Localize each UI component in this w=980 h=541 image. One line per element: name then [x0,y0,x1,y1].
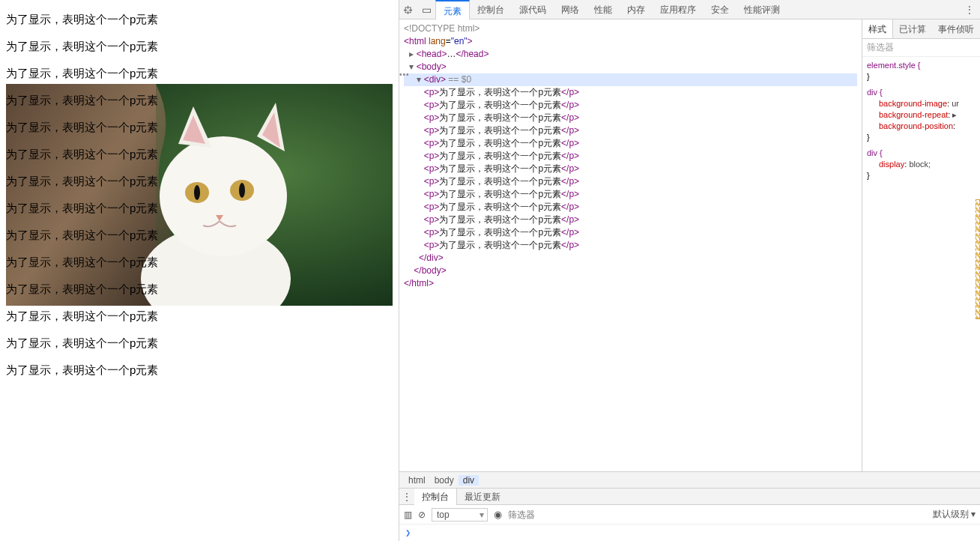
dom-p-node[interactable]: <p>为了显示，表明这个一个p元素</p> [404,201,857,214]
devtools-tab-性能[interactable]: 性能 [587,0,620,19]
css-declaration[interactable]: background-repeat: ▸ [867,109,976,121]
dom-p-node[interactable]: <p>为了显示，表明这个一个p元素</p> [404,239,857,252]
console-prompt[interactable]: ❯ [399,525,980,541]
console-filter-input[interactable] [508,510,658,520]
rendered-paragraph: 为了显示，表明这个一个p元素 [6,6,393,33]
context-selector[interactable]: top [432,508,488,522]
dom-p-node[interactable]: <p>为了显示，表明这个一个p元素</p> [404,175,857,188]
dom-p-node[interactable]: <p>为了显示，表明这个一个p元素</p> [404,188,857,201]
rendered-paragraph: 为了显示，表明这个一个p元素 [6,141,393,168]
inspect-icon[interactable]: ⯐ [399,4,417,16]
styles-pane: 样式已计算事件侦听 筛选器 element.style { } div { ba… [862,19,980,471]
dom-p-node[interactable]: <p>为了显示，表明这个一个p元素</p> [404,214,857,226]
breadcrumb[interactable]: htmlbodydiv [399,471,980,488]
devtools-tab-内存[interactable]: 内存 [620,0,653,19]
rendered-paragraph: 为了显示，表明这个一个p元素 [6,357,393,384]
dom-p-node[interactable]: <p>为了显示，表明这个一个p元素</p> [404,99,857,112]
log-level-selector[interactable]: 默认级别 ▾ [933,508,976,521]
dom-p-node[interactable]: <p>为了显示，表明这个一个p元素</p> [404,112,857,124]
drawer: ⋮ 控制台最近更新 ▥ ⊘ top ◉ 默认级别 ▾ ❯ [399,488,980,541]
styles-tab-样式[interactable]: 样式 [862,19,893,38]
rendered-paragraph: 为了显示，表明这个一个p元素 [6,114,393,141]
devtools-tab-应用程序[interactable]: 应用程序 [653,0,704,19]
rendered-paragraph: 为了显示，表明这个一个p元素 [6,168,393,195]
breadcrumb-div[interactable]: div [459,475,479,486]
dom-p-node[interactable]: <p>为了显示，表明这个一个p元素</p> [404,150,857,163]
devtools-tab-网络[interactable]: 网络 [554,0,587,19]
drawer-menu-icon[interactable]: ⋮ [399,492,414,502]
dom-p-node[interactable]: <p>为了显示，表明这个一个p元素</p> [404,124,857,137]
drawer-tab-最近更新[interactable]: 最近更新 [457,489,508,505]
dom-p-node[interactable]: <p>为了显示，表明这个一个p元素</p> [404,163,857,175]
live-expression-icon[interactable]: ◉ [494,509,502,520]
devtools-tabs: ⯐ ▭ 元素控制台源代码网络性能内存应用程序安全性能评测 ⋮ [399,0,980,19]
css-declaration[interactable]: background-image: ur [867,98,976,109]
sidebar-toggle-icon[interactable]: ▥ [404,510,412,520]
styles-tab-已计算[interactable]: 已计算 [893,19,932,38]
rendered-page: 为了显示，表明这个一个p元素为了显示，表明这个一个p元素为了显示，表明这个一个p… [0,0,399,541]
dom-p-node[interactable]: <p>为了显示，表明这个一个p元素</p> [404,226,857,239]
box-model-preview [976,199,980,319]
breadcrumb-body[interactable]: body [430,475,459,486]
devtools-tab-性能评测[interactable]: 性能评测 [736,0,787,19]
rendered-paragraph: 为了显示，表明这个一个p元素 [6,249,393,276]
dom-tree[interactable]: ••• <!DOCTYPE html> <html lang="en"> ▸<h… [399,19,862,471]
rendered-paragraph: 为了显示，表明这个一个p元素 [6,87,393,114]
devtools-panel: ⯐ ▭ 元素控制台源代码网络性能内存应用程序安全性能评测 ⋮ ••• <!DOC… [399,0,980,541]
overflow-icon[interactable]: ⋮ [959,4,980,15]
breadcrumb-html[interactable]: html [404,475,430,486]
rendered-paragraph: 为了显示，表明这个一个p元素 [6,222,393,249]
styles-filter[interactable]: 筛选器 [862,39,980,57]
rendered-paragraph: 为了显示，表明这个一个p元素 [6,60,393,87]
styles-tab-事件侦听[interactable]: 事件侦听 [932,19,980,38]
clear-console-icon[interactable]: ⊘ [418,510,426,520]
rendered-paragraph: 为了显示，表明这个一个p元素 [6,276,393,303]
devtools-tab-元素[interactable]: 元素 [435,0,470,19]
rendered-paragraph: 为了显示，表明这个一个p元素 [6,33,393,60]
devtools-tab-安全[interactable]: 安全 [704,0,736,19]
rendered-paragraph: 为了显示，表明这个一个p元素 [6,303,393,330]
dom-p-node[interactable]: <p>为了显示，表明这个一个p元素</p> [404,137,857,150]
css-declaration[interactable]: background-position: [867,121,976,132]
device-toolbar-icon[interactable]: ▭ [417,4,435,16]
rendered-paragraph: 为了显示，表明这个一个p元素 [6,195,393,222]
devtools-tab-源代码[interactable]: 源代码 [512,0,554,19]
gutter-overflow-icon: ••• [399,70,410,79]
dom-p-node[interactable]: <p>为了显示，表明这个一个p元素</p> [404,86,857,99]
css-declaration[interactable]: display: block; [867,159,976,170]
devtools-tab-控制台[interactable]: 控制台 [470,0,512,19]
drawer-tab-控制台[interactable]: 控制台 [414,489,457,505]
rendered-paragraph: 为了显示，表明这个一个p元素 [6,330,393,357]
